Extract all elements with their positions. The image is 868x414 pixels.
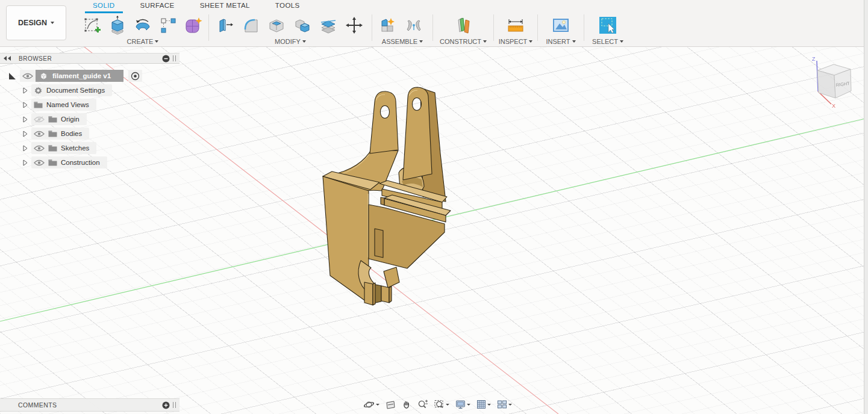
zoom-window-icon [434,400,445,409]
visibility-eye-icon[interactable] [34,159,45,166]
group-create-label[interactable]: CREATE [127,38,154,45]
comments-panel[interactable]: COMMENTS [0,398,180,412]
tree-item-label: Named Views [46,101,89,108]
visibility-eye-icon[interactable] [20,70,36,82]
component-cube-icon [39,72,48,81]
tree-row-sketches[interactable]: Sketches [20,141,180,155]
gear-icon [34,86,43,95]
browser-tree: filament_guide v1 Document Settings [0,64,180,170]
tree-row-document-settings[interactable]: Document Settings [20,83,180,97]
selected-document-row[interactable]: filament_guide v1 [36,70,123,82]
visibility-eye-icon[interactable] [34,145,45,152]
display-settings-tool[interactable] [454,398,472,410]
grid-icon [476,400,486,409]
chevron-down-icon [508,404,512,406]
expand-arrow-icon[interactable] [23,131,28,137]
orbit-tool[interactable] [361,398,381,411]
ribbon-tabs: SOLID SURFACE SHEET METAL TOOLS [80,0,313,12]
folder-icon [48,159,57,166]
chevron-down-icon [155,40,158,43]
tree-row-bodies[interactable]: Bodies [20,126,180,141]
panel-grip-icon[interactable] [173,402,176,408]
tab-tools[interactable]: TOOLS [263,0,313,12]
press-pull-icon[interactable] [214,15,235,36]
collapse-panel-icon[interactable] [4,56,11,61]
activate-component-radio[interactable] [128,70,142,82]
group-insert-label[interactable]: INSERT [546,38,570,45]
look-at-icon [386,400,396,409]
grid-display-tool[interactable] [475,398,493,410]
expand-collapse-icon[interactable] [8,72,16,80]
panel-grip-icon[interactable] [173,55,176,61]
create-form-icon[interactable] [183,15,204,36]
chevron-down-icon [376,404,379,406]
expand-arrow-icon[interactable] [23,159,28,166]
tree-row-origin[interactable]: Origin [20,112,180,126]
orbit-icon [363,400,375,410]
select-icon[interactable] [598,15,619,36]
group-assemble-label[interactable]: ASSEMBLE [382,38,417,45]
group-inspect-label[interactable]: INSPECT [499,38,528,45]
move-copy-icon[interactable] [343,15,364,36]
group-separator [584,14,584,41]
viewports-icon [497,400,507,409]
tree-item-label: Origin [61,116,80,123]
insert-canvas-icon[interactable] [551,15,572,36]
expand-arrow-icon[interactable] [23,87,28,94]
tree-item-label: Document Settings [46,87,105,94]
split-body-icon[interactable] [317,15,339,36]
folder-icon [34,101,43,108]
group-modify-label[interactable]: MODIFY [275,38,301,45]
shell-icon[interactable] [266,15,287,36]
fillet-icon[interactable] [240,15,261,36]
joint-icon[interactable] [403,15,424,36]
browser-header[interactable]: BROWSER [0,53,180,64]
comments-title: COMMENTS [18,401,162,409]
group-separator [372,14,372,41]
design-workspace-menu[interactable]: DESIGN [6,5,66,40]
browser-title: BROWSER [19,55,162,62]
group-select-label[interactable]: SELECT [592,38,618,45]
ribbon-groups: CREATE [78,13,630,45]
zoom-tool[interactable] [416,398,430,410]
combine-icon[interactable] [292,15,313,36]
group-construct-label[interactable]: CONSTRUCT [440,38,481,45]
look-at-tool[interactable] [384,399,398,410]
chevron-down-icon [419,40,423,43]
group-select: SELECT [585,13,630,45]
group-separator [493,14,494,41]
fit-tool[interactable] [432,398,451,410]
rectangular-pattern-icon[interactable] [158,15,178,36]
new-component-icon[interactable] [377,15,398,36]
window-scrollbar[interactable] [864,0,868,414]
tab-surface[interactable]: SURFACE [128,0,187,12]
add-comment-icon[interactable] [162,401,170,409]
expand-arrow-icon[interactable] [23,145,28,152]
pan-tool[interactable] [400,398,413,410]
measure-icon[interactable] [505,15,526,36]
display-settings-icon [455,400,466,409]
tree-row-named-views[interactable]: Named Views [20,97,180,112]
design-menu-label: DESIGN [18,19,47,27]
group-assemble: ASSEMBLE [373,13,431,45]
tree-row-root[interactable]: filament_guide v1 [8,69,180,83]
expand-arrow-icon[interactable] [23,116,28,123]
viewports-tool[interactable] [495,398,514,410]
group-separator [432,14,433,41]
pan-hand-icon [402,400,411,409]
folder-icon [48,144,57,152]
chevron-down-icon [467,404,470,406]
chevron-down-icon [620,40,623,43]
create-sketch-icon[interactable] [82,15,102,36]
expand-arrow-icon[interactable] [23,102,28,108]
tab-solid[interactable]: SOLID [80,0,128,12]
tab-sheet-metal[interactable]: SHEET METAL [187,0,263,12]
remove-panel-icon[interactable] [162,55,170,63]
extrude-icon[interactable] [107,15,128,36]
visibility-off-eye-icon[interactable] [34,116,45,123]
construction-plane-icon[interactable] [453,15,474,36]
chevron-down-icon [483,40,487,43]
tree-row-construction[interactable]: Construction [20,155,180,170]
visibility-eye-icon[interactable] [34,131,45,137]
revolve-icon[interactable] [133,15,153,36]
